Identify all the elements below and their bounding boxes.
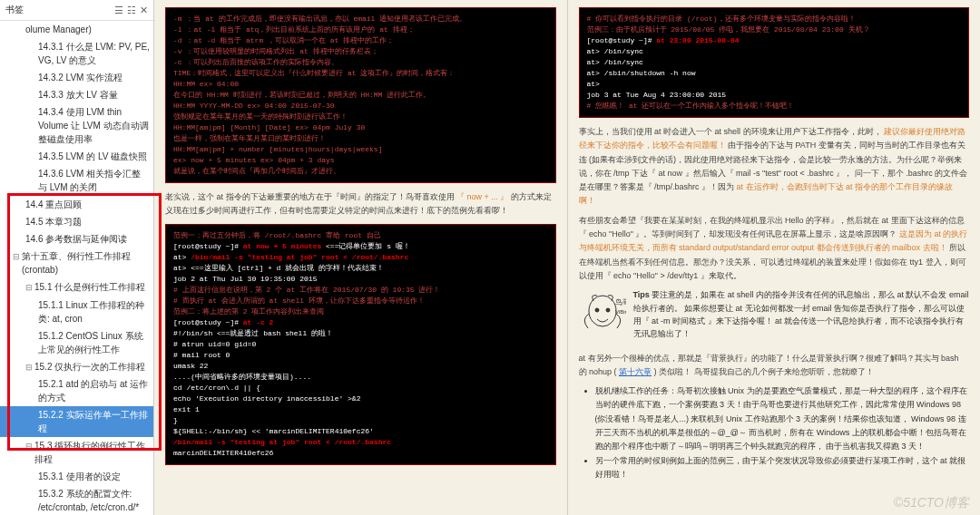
paragraph: at 有另外一个很棒的优点，那就是『背景执行』的功能了！什么是背景执行啊？很难了… [579,352,970,380]
page-left-column: -m ：当 at 的工作完成后，即使没有输出讯息，亦以 email 通知使用者该… [154,0,567,515]
tips-label: Tips [633,290,650,299]
sidebar-title: 书签 [5,4,111,16]
bookmark-item[interactable]: 15.2.1 atd 的启动与 at 运作的方式 [0,375,153,406]
code-inline: 『 now + ... 』 [456,192,508,201]
bookmark-item[interactable]: 14.3.3 放大 LV 容量 [0,86,153,103]
bullet-list: 脱机继续工作的任务：鸟哥初次接触 Unix 为的是要跑空气质量模式，那是一种大型… [579,384,970,481]
page-right-column: # 你可以看到指令执行的目录 (/root)，还有多个环境变量与实际的指令内容啦… [568,0,981,515]
svg-text:ViBird: ViBird [615,309,626,315]
sidebar: 书签 ☰ ☷ ✕ olume Manager)14.3.1 什么是 LVM: P… [0,0,154,515]
bookmark-item[interactable]: 15.3.2 系统的配置文件: /etc/crontab, /etc/cron.… [0,485,153,514]
bookmark-tree[interactable]: olume Manager)14.3.1 什么是 LVM: PV, PE, VG… [0,21,153,514]
watermark: ©51CTO博客 [894,495,969,511]
avatar-icon: 鸟哥 ViBird [579,288,626,345]
list-item: 脱机继续工作的任务：鸟哥初次接触 Unix 为的是要跑空气质量模式，那是一种大型… [595,384,970,453]
sidebar-header: 书签 ☰ ☷ ✕ [0,0,153,21]
bookmark-item[interactable]: 14.3.6 LVM 相关指令汇整与 LVM 的关闭 [0,165,153,196]
thumb-icon[interactable]: ☷ [127,5,136,16]
document-content: -m ：当 at 的工作完成后，即使没有输出讯息，亦以 email 通知使用者该… [154,0,980,515]
bookmark-item[interactable]: 14.3.5 LVM 的 LV 磁盘快照 [0,148,153,165]
bookmark-item[interactable]: 15.2 仅执行一次的工作排程 [0,358,153,376]
tips-text: 要注意的是，如果在 at shell 内的指令并没有任何的讯息输出，那么 at … [633,290,969,338]
outline-icon[interactable]: ☰ [114,5,123,16]
bookmark-item[interactable]: 14.3.2 LVM 实作流程 [0,69,153,86]
terminal-block-1: -m ：当 at 的工作完成后，即使没有输出讯息，亦以 email 通知使用者该… [165,7,556,183]
bookmark-item[interactable]: 15.1.2 CentOS Linux 系统上常见的例行性工作 [0,327,153,358]
bookmark-item[interactable]: 14.3.4 使用 LVM thin Volume 让 LVM 动态自动调整磁盘… [0,103,153,148]
close-icon[interactable]: ✕ [140,5,148,16]
bookmark-item[interactable]: 14.5 本章习题 [0,213,153,230]
paragraph: 老实说，这个 at 指令的下达最重要的地方在于『时间』的指定了！鸟哥喜欢使用 『… [165,190,556,219]
bookmark-item[interactable]: 14.3.1 什么是 LVM: PV, PE, VG, LV 的意义 [0,38,153,69]
svg-text:鸟哥: 鸟哥 [615,298,626,306]
tips-block: 鸟哥 ViBird Tips 要注意的是，如果在 at shell 内的指令并没… [579,288,970,345]
bookmark-item[interactable]: 14.4 重点回顾 [0,196,153,213]
list-item: 另一个常用的时候则例如上面的范例三，由于某个突发状况导致你必须要进行某项工作时，… [595,454,970,482]
chapter-link[interactable]: 第十六章 [619,367,652,376]
bookmark-item[interactable]: 15.1.1 Linux 工作排程的种类: at, cron [0,296,153,327]
svg-point-1 [595,308,599,312]
bookmark-item[interactable]: 15.2.2 实际运作单一工作排程 [0,406,153,437]
terminal-block-3: # 你可以看到指令执行的目录 (/root)，还有多个环境变量与实际的指令内容啦… [579,7,970,118]
paragraph: 有些朋友会希望『我要在某某时刻，在我的终端机显示出 Hello 的字样』，然后就… [579,214,970,283]
bookmark-item[interactable]: 15.3 循环执行的例行性工作排程 [0,437,153,468]
bookmark-item[interactable]: 15.3.1 使用者的设定 [0,468,153,485]
terminal-block-2: 范例一：再过五分钟后，将 /root/.bashrc 寄给 root 自己[ro… [165,224,556,465]
bookmark-item[interactable]: 14.6 参考数据与延伸阅读 [0,230,153,248]
svg-point-2 [606,308,610,312]
bookmark-item[interactable]: 15.1 什么是例行性工作排程 [0,278,153,296]
bookmark-item[interactable]: 第十五章、例行性工作排程(crontab) [0,248,153,278]
bookmark-item[interactable]: olume Manager) [0,21,153,38]
paragraph: 事实上，当我们使用 at 时会进入一个 at shell 的环境来让用户下达工作… [579,125,970,209]
